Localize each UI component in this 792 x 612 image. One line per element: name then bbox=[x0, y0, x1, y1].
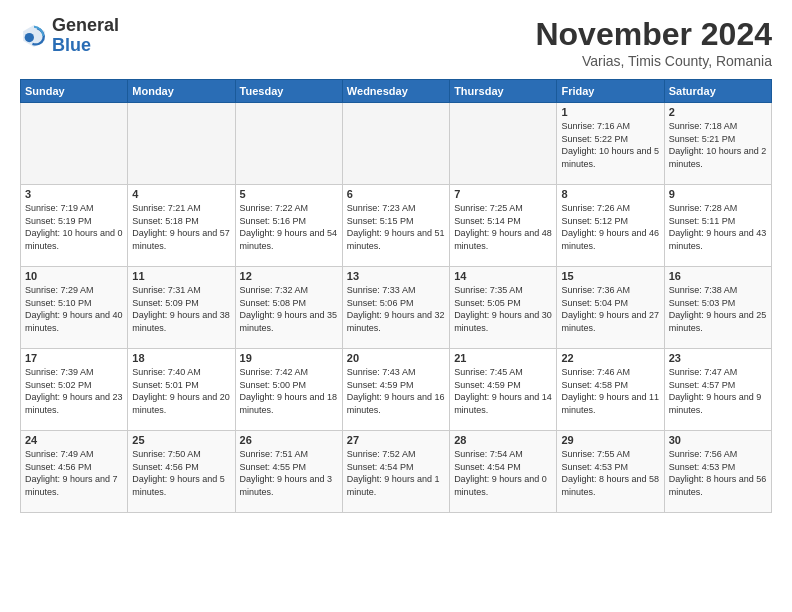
month-title: November 2024 bbox=[535, 16, 772, 53]
calendar-cell: 13Sunrise: 7:33 AM Sunset: 5:06 PM Dayli… bbox=[342, 267, 449, 349]
day-number: 16 bbox=[669, 270, 767, 282]
day-info: Sunrise: 7:45 AM Sunset: 4:59 PM Dayligh… bbox=[454, 366, 552, 416]
day-number: 10 bbox=[25, 270, 123, 282]
day-info: Sunrise: 7:28 AM Sunset: 5:11 PM Dayligh… bbox=[669, 202, 767, 252]
day-number: 3 bbox=[25, 188, 123, 200]
week-row-3: 10Sunrise: 7:29 AM Sunset: 5:10 PM Dayli… bbox=[21, 267, 772, 349]
calendar-cell: 26Sunrise: 7:51 AM Sunset: 4:55 PM Dayli… bbox=[235, 431, 342, 513]
calendar-cell bbox=[450, 103, 557, 185]
day-number: 25 bbox=[132, 434, 230, 446]
calendar-cell: 4Sunrise: 7:21 AM Sunset: 5:18 PM Daylig… bbox=[128, 185, 235, 267]
calendar-cell: 6Sunrise: 7:23 AM Sunset: 5:15 PM Daylig… bbox=[342, 185, 449, 267]
day-info: Sunrise: 7:43 AM Sunset: 4:59 PM Dayligh… bbox=[347, 366, 445, 416]
day-info: Sunrise: 7:35 AM Sunset: 5:05 PM Dayligh… bbox=[454, 284, 552, 334]
weekday-header-sunday: Sunday bbox=[21, 80, 128, 103]
day-number: 11 bbox=[132, 270, 230, 282]
header: General Blue November 2024 Varias, Timis… bbox=[20, 16, 772, 69]
day-info: Sunrise: 7:42 AM Sunset: 5:00 PM Dayligh… bbox=[240, 366, 338, 416]
weekday-header-friday: Friday bbox=[557, 80, 664, 103]
calendar-body: 1Sunrise: 7:16 AM Sunset: 5:22 PM Daylig… bbox=[21, 103, 772, 513]
day-number: 4 bbox=[132, 188, 230, 200]
day-number: 6 bbox=[347, 188, 445, 200]
calendar-cell: 14Sunrise: 7:35 AM Sunset: 5:05 PM Dayli… bbox=[450, 267, 557, 349]
day-number: 27 bbox=[347, 434, 445, 446]
calendar-cell bbox=[21, 103, 128, 185]
logo: General Blue bbox=[20, 16, 119, 56]
day-number: 20 bbox=[347, 352, 445, 364]
day-number: 8 bbox=[561, 188, 659, 200]
day-info: Sunrise: 7:29 AM Sunset: 5:10 PM Dayligh… bbox=[25, 284, 123, 334]
day-number: 13 bbox=[347, 270, 445, 282]
day-info: Sunrise: 7:47 AM Sunset: 4:57 PM Dayligh… bbox=[669, 366, 767, 416]
calendar-cell: 16Sunrise: 7:38 AM Sunset: 5:03 PM Dayli… bbox=[664, 267, 771, 349]
day-info: Sunrise: 7:46 AM Sunset: 4:58 PM Dayligh… bbox=[561, 366, 659, 416]
title-block: November 2024 Varias, Timis County, Roma… bbox=[535, 16, 772, 69]
calendar-cell: 19Sunrise: 7:42 AM Sunset: 5:00 PM Dayli… bbox=[235, 349, 342, 431]
day-number: 17 bbox=[25, 352, 123, 364]
day-number: 22 bbox=[561, 352, 659, 364]
day-info: Sunrise: 7:51 AM Sunset: 4:55 PM Dayligh… bbox=[240, 448, 338, 498]
page-container: General Blue November 2024 Varias, Timis… bbox=[0, 0, 792, 523]
day-number: 12 bbox=[240, 270, 338, 282]
location-subtitle: Varias, Timis County, Romania bbox=[535, 53, 772, 69]
day-info: Sunrise: 7:23 AM Sunset: 5:15 PM Dayligh… bbox=[347, 202, 445, 252]
week-row-4: 17Sunrise: 7:39 AM Sunset: 5:02 PM Dayli… bbox=[21, 349, 772, 431]
calendar-cell: 15Sunrise: 7:36 AM Sunset: 5:04 PM Dayli… bbox=[557, 267, 664, 349]
day-info: Sunrise: 7:54 AM Sunset: 4:54 PM Dayligh… bbox=[454, 448, 552, 498]
day-number: 7 bbox=[454, 188, 552, 200]
day-info: Sunrise: 7:36 AM Sunset: 5:04 PM Dayligh… bbox=[561, 284, 659, 334]
day-info: Sunrise: 7:33 AM Sunset: 5:06 PM Dayligh… bbox=[347, 284, 445, 334]
day-number: 9 bbox=[669, 188, 767, 200]
logo-icon bbox=[20, 22, 48, 50]
calendar-cell: 2Sunrise: 7:18 AM Sunset: 5:21 PM Daylig… bbox=[664, 103, 771, 185]
calendar-cell: 9Sunrise: 7:28 AM Sunset: 5:11 PM Daylig… bbox=[664, 185, 771, 267]
day-number: 5 bbox=[240, 188, 338, 200]
calendar-cell: 5Sunrise: 7:22 AM Sunset: 5:16 PM Daylig… bbox=[235, 185, 342, 267]
calendar-cell: 24Sunrise: 7:49 AM Sunset: 4:56 PM Dayli… bbox=[21, 431, 128, 513]
day-info: Sunrise: 7:18 AM Sunset: 5:21 PM Dayligh… bbox=[669, 120, 767, 170]
day-info: Sunrise: 7:21 AM Sunset: 5:18 PM Dayligh… bbox=[132, 202, 230, 252]
calendar-cell bbox=[128, 103, 235, 185]
weekday-header-saturday: Saturday bbox=[664, 80, 771, 103]
day-info: Sunrise: 7:19 AM Sunset: 5:19 PM Dayligh… bbox=[25, 202, 123, 252]
calendar-cell: 20Sunrise: 7:43 AM Sunset: 4:59 PM Dayli… bbox=[342, 349, 449, 431]
day-info: Sunrise: 7:49 AM Sunset: 4:56 PM Dayligh… bbox=[25, 448, 123, 498]
day-info: Sunrise: 7:56 AM Sunset: 4:53 PM Dayligh… bbox=[669, 448, 767, 498]
day-info: Sunrise: 7:40 AM Sunset: 5:01 PM Dayligh… bbox=[132, 366, 230, 416]
day-number: 19 bbox=[240, 352, 338, 364]
day-info: Sunrise: 7:22 AM Sunset: 5:16 PM Dayligh… bbox=[240, 202, 338, 252]
day-number: 29 bbox=[561, 434, 659, 446]
week-row-2: 3Sunrise: 7:19 AM Sunset: 5:19 PM Daylig… bbox=[21, 185, 772, 267]
day-number: 14 bbox=[454, 270, 552, 282]
day-number: 30 bbox=[669, 434, 767, 446]
week-row-1: 1Sunrise: 7:16 AM Sunset: 5:22 PM Daylig… bbox=[21, 103, 772, 185]
calendar-cell: 25Sunrise: 7:50 AM Sunset: 4:56 PM Dayli… bbox=[128, 431, 235, 513]
calendar-cell: 29Sunrise: 7:55 AM Sunset: 4:53 PM Dayli… bbox=[557, 431, 664, 513]
calendar-cell: 27Sunrise: 7:52 AM Sunset: 4:54 PM Dayli… bbox=[342, 431, 449, 513]
calendar-cell: 28Sunrise: 7:54 AM Sunset: 4:54 PM Dayli… bbox=[450, 431, 557, 513]
svg-point-0 bbox=[25, 33, 34, 42]
weekday-header-wednesday: Wednesday bbox=[342, 80, 449, 103]
day-number: 15 bbox=[561, 270, 659, 282]
day-info: Sunrise: 7:38 AM Sunset: 5:03 PM Dayligh… bbox=[669, 284, 767, 334]
logo-general: General bbox=[52, 16, 119, 36]
day-number: 28 bbox=[454, 434, 552, 446]
day-number: 23 bbox=[669, 352, 767, 364]
calendar-cell: 30Sunrise: 7:56 AM Sunset: 4:53 PM Dayli… bbox=[664, 431, 771, 513]
day-number: 24 bbox=[25, 434, 123, 446]
calendar-cell: 12Sunrise: 7:32 AM Sunset: 5:08 PM Dayli… bbox=[235, 267, 342, 349]
weekday-header-row: SundayMondayTuesdayWednesdayThursdayFrid… bbox=[21, 80, 772, 103]
calendar-cell: 18Sunrise: 7:40 AM Sunset: 5:01 PM Dayli… bbox=[128, 349, 235, 431]
weekday-header-tuesday: Tuesday bbox=[235, 80, 342, 103]
day-info: Sunrise: 7:55 AM Sunset: 4:53 PM Dayligh… bbox=[561, 448, 659, 498]
day-info: Sunrise: 7:16 AM Sunset: 5:22 PM Dayligh… bbox=[561, 120, 659, 170]
calendar-cell: 21Sunrise: 7:45 AM Sunset: 4:59 PM Dayli… bbox=[450, 349, 557, 431]
calendar-cell: 17Sunrise: 7:39 AM Sunset: 5:02 PM Dayli… bbox=[21, 349, 128, 431]
day-info: Sunrise: 7:31 AM Sunset: 5:09 PM Dayligh… bbox=[132, 284, 230, 334]
day-info: Sunrise: 7:25 AM Sunset: 5:14 PM Dayligh… bbox=[454, 202, 552, 252]
calendar-cell: 10Sunrise: 7:29 AM Sunset: 5:10 PM Dayli… bbox=[21, 267, 128, 349]
calendar-cell: 22Sunrise: 7:46 AM Sunset: 4:58 PM Dayli… bbox=[557, 349, 664, 431]
day-number: 26 bbox=[240, 434, 338, 446]
calendar-table: SundayMondayTuesdayWednesdayThursdayFrid… bbox=[20, 79, 772, 513]
calendar-cell: 8Sunrise: 7:26 AM Sunset: 5:12 PM Daylig… bbox=[557, 185, 664, 267]
